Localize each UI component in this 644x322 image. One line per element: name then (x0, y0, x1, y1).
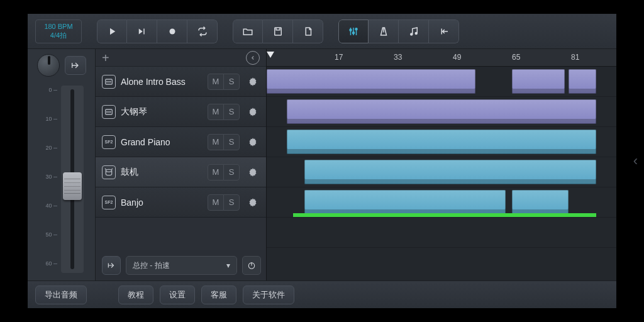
midi-clip[interactable] (512, 190, 569, 214)
track-name-label: Grand Piano (121, 137, 203, 147)
track-settings-button[interactable] (245, 164, 261, 180)
clip-lane[interactable] (267, 157, 616, 187)
track-settings-button[interactable] (245, 104, 261, 120)
about-button[interactable]: 关于软件 (243, 286, 294, 304)
gear-icon (248, 137, 258, 147)
clip-lane[interactable] (267, 127, 616, 157)
loop-icon (197, 26, 208, 37)
track-settings-button[interactable] (245, 134, 261, 150)
ruler-label: 33 (394, 53, 402, 62)
mute-button[interactable]: M (208, 74, 224, 90)
automation-row: 总控 - 拍速 ▾ (96, 250, 266, 280)
rewind-button[interactable] (127, 19, 157, 43)
track-name-label: Banjo (121, 197, 203, 208)
track-name-label: 大钢琴 (121, 106, 203, 118)
svg-point-2 (350, 29, 352, 31)
track-name-label: 鼓机 (121, 167, 203, 178)
record-icon (167, 26, 178, 37)
track-row[interactable]: SF2Grand PianoMS (96, 127, 266, 157)
pan-knob[interactable] (37, 54, 60, 77)
gear-icon (248, 107, 258, 117)
mute-button[interactable]: M (208, 104, 224, 120)
track-type-icon (102, 75, 116, 89)
go-to-start-button[interactable] (429, 19, 459, 43)
mute-button[interactable]: M (208, 194, 224, 211)
record-button[interactable] (157, 19, 187, 43)
volume-fader[interactable] (61, 86, 84, 273)
svg-point-6 (415, 32, 417, 34)
gear-icon (248, 167, 258, 177)
solo-button[interactable]: S (223, 134, 240, 150)
clip-lane[interactable] (267, 97, 616, 127)
channel-strip: 0 10 20 30 40 50 60 (28, 49, 96, 280)
time-ruler[interactable]: 1733496581 (267, 49, 616, 67)
metronome-button[interactable] (369, 19, 399, 43)
track-row[interactable]: Alone Intro BassMS (96, 67, 266, 97)
metronome-icon (378, 26, 389, 37)
track-row[interactable]: SF2BanjoMS (96, 187, 266, 218)
svg-point-3 (353, 31, 355, 33)
track-list: + Alone Intro BassMS大钢琴MSSF2Grand PianoM… (96, 49, 267, 280)
tutorial-button[interactable]: 教程 (118, 286, 153, 304)
notes-button[interactable] (399, 19, 429, 43)
solo-button[interactable]: S (223, 74, 240, 90)
midi-clip[interactable] (287, 99, 596, 124)
mixer-button[interactable] (338, 19, 369, 43)
time-signature: 4/4拍 (50, 31, 67, 40)
system-back-icon[interactable]: ‹ (633, 153, 638, 169)
support-button[interactable]: 客服 (201, 286, 236, 304)
track-row[interactable]: 大钢琴MS (96, 97, 266, 127)
midi-clip[interactable] (267, 69, 475, 94)
file-icon (303, 26, 314, 37)
automation-route-button[interactable] (102, 256, 121, 275)
route-button[interactable] (65, 56, 86, 75)
mute-button[interactable]: M (208, 164, 224, 180)
track-name-label: Alone Intro Bass (121, 77, 203, 87)
settings-button[interactable]: 设置 (160, 286, 195, 304)
clip-lane[interactable] (267, 218, 616, 248)
route-icon (70, 60, 80, 70)
play-button[interactable] (97, 19, 127, 43)
ruler-label: 17 (335, 53, 343, 62)
midi-clip[interactable] (304, 190, 506, 214)
collapse-tracks-button[interactable] (246, 51, 260, 65)
track-row[interactable]: 鼓机MS (96, 157, 266, 187)
new-button[interactable] (293, 19, 323, 43)
svg-point-4 (355, 28, 357, 30)
open-button[interactable] (233, 19, 263, 43)
solo-button[interactable]: S (223, 104, 240, 120)
power-icon (247, 261, 256, 270)
fader-handle[interactable] (63, 172, 82, 200)
arrangement-timeline[interactable]: 1733496581 (267, 49, 616, 280)
solo-button[interactable]: S (223, 194, 240, 211)
export-audio-button[interactable]: 导出音频 (35, 286, 87, 304)
automation-parameter-select[interactable]: 总控 - 拍速 ▾ (126, 256, 237, 275)
top-toolbar: 180 BPM 4/4拍 (28, 14, 616, 49)
clip-lane[interactable] (267, 67, 616, 97)
midi-clip[interactable] (569, 69, 596, 94)
save-icon (272, 26, 284, 37)
svg-point-5 (410, 33, 412, 35)
midi-clip[interactable] (512, 69, 565, 94)
midi-clip[interactable] (304, 160, 596, 184)
gear-icon (248, 197, 258, 208)
track-settings-button[interactable] (245, 74, 261, 90)
fader-scale: 0 10 20 30 40 50 60 (40, 86, 57, 273)
solo-button[interactable]: S (223, 164, 240, 180)
automation-power-button[interactable] (242, 256, 261, 275)
automation-line[interactable] (293, 213, 596, 217)
mute-button[interactable]: M (208, 134, 224, 150)
ruler-label: 49 (453, 53, 461, 62)
tempo-display[interactable]: 180 BPM 4/4拍 (35, 19, 82, 43)
clip-lane[interactable] (267, 187, 616, 218)
add-track-button[interactable]: + (102, 52, 109, 64)
loop-button[interactable] (187, 19, 218, 43)
track-settings-button[interactable] (245, 194, 261, 211)
go-start-icon (438, 26, 450, 37)
play-icon (106, 26, 118, 37)
midi-clip[interactable] (287, 130, 596, 154)
save-button[interactable] (263, 19, 293, 43)
playhead-icon[interactable] (267, 52, 274, 58)
ruler-label: 81 (571, 53, 579, 62)
track-type-icon: SF2 (102, 196, 116, 209)
